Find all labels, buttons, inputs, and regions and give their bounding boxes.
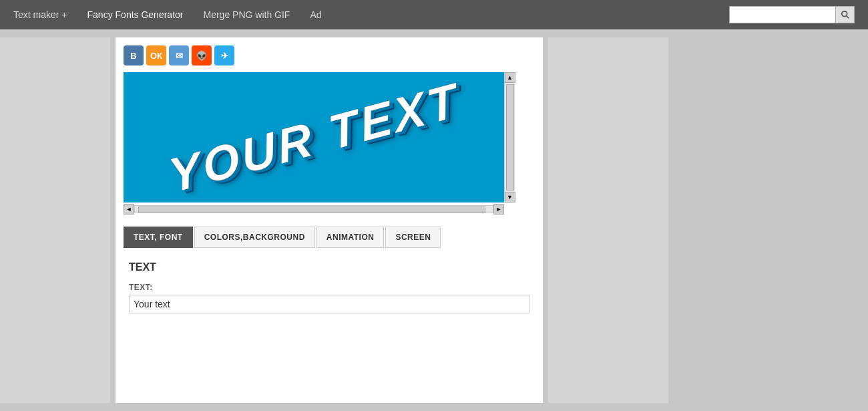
- share-reddit-button[interactable]: 👽: [192, 45, 212, 65]
- text-input-field[interactable]: [129, 295, 529, 313]
- svg-point-0: [841, 11, 847, 17]
- vertical-scrollbar: ▲ ▼: [504, 72, 515, 202]
- preview-area: YOUR TEXT ▲ ▼: [124, 72, 543, 202]
- search-input[interactable]: [729, 6, 836, 23]
- scroll-up-button[interactable]: ▲: [505, 72, 515, 83]
- tabs-row: TEXT, FONT COLORS,BACKGROUND ANIMATION S…: [116, 215, 543, 248]
- text-field-group: TEXT:: [129, 283, 529, 313]
- share-ok-button[interactable]: ОК: [146, 45, 166, 65]
- scroll-thumb-vertical[interactable]: [506, 84, 514, 190]
- search-bar: [729, 6, 855, 23]
- nav-text-maker[interactable]: Text maker +: [13, 9, 67, 20]
- text-section: TEXT TEXT:: [116, 248, 543, 320]
- tab-screen[interactable]: SCREEN: [385, 227, 441, 248]
- main-layout: В ОК ✉ 👽 ✈ YOUR TEXT ▲ ▼ ◄ ►: [0, 29, 868, 411]
- share-mail-button[interactable]: ✉: [169, 45, 189, 65]
- tab-colors-background[interactable]: COLORS,BACKGROUND: [194, 227, 315, 248]
- section-title-text: TEXT: [129, 261, 529, 273]
- scroll-right-button[interactable]: ►: [493, 204, 504, 215]
- horizontal-scrollbar: ◄ ►: [124, 204, 504, 215]
- sidebar-right: [548, 37, 668, 403]
- sidebar-left: [0, 37, 110, 403]
- scroll-track-horizontal: [134, 205, 493, 213]
- nav-fancy-fonts[interactable]: Fancy Fonts Generator: [87, 9, 184, 20]
- nav-ad[interactable]: Ad: [310, 9, 321, 20]
- scroll-thumb-horizontal[interactable]: [138, 207, 485, 213]
- share-vk-button[interactable]: В: [124, 45, 144, 65]
- nav-merge-png-gif[interactable]: Merge PNG with GIF: [203, 9, 290, 20]
- center-content: В ОК ✉ 👽 ✈ YOUR TEXT ▲ ▼ ◄ ►: [116, 37, 543, 403]
- search-button[interactable]: [836, 6, 855, 23]
- text-field-label: TEXT:: [129, 283, 529, 292]
- scroll-down-button[interactable]: ▼: [505, 192, 515, 202]
- svg-line-1: [846, 16, 849, 19]
- preview-text: YOUR TEXT: [164, 72, 463, 202]
- top-navigation: Text maker + Fancy Fonts Generator Merge…: [0, 0, 868, 29]
- search-icon: [841, 10, 850, 19]
- tab-text-font[interactable]: TEXT, FONT: [124, 227, 193, 248]
- share-bar: В ОК ✉ 👽 ✈: [116, 45, 543, 72]
- preview-canvas: YOUR TEXT: [124, 72, 504, 202]
- tab-animation[interactable]: ANIMATION: [316, 227, 385, 248]
- share-telegram-button[interactable]: ✈: [214, 45, 234, 65]
- scroll-left-button[interactable]: ◄: [124, 204, 134, 215]
